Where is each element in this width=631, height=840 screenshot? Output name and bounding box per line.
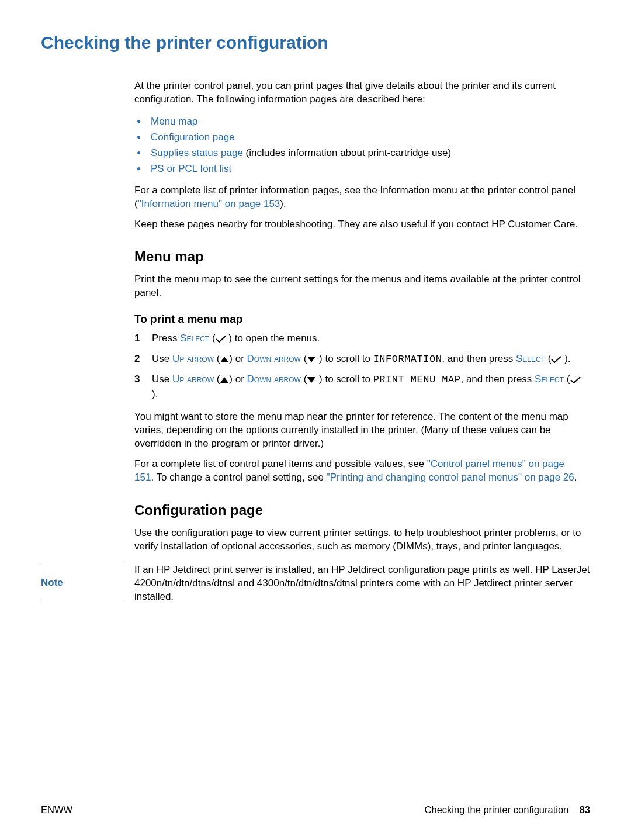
text: ).: [561, 353, 570, 364]
information-menu-link[interactable]: "Information menu" on page 153: [138, 198, 280, 209]
text: (: [301, 374, 307, 385]
text: Press: [152, 333, 180, 344]
select-key: Select: [516, 353, 545, 364]
supplies-status-link[interactable]: Supplies status page: [151, 147, 243, 158]
check-icon: [551, 353, 561, 368]
supplies-suffix: (includes information about print-cartri…: [243, 147, 451, 158]
steps-list: Press Select ( ) to open the menus. Use …: [134, 331, 584, 402]
list-item: PS or PCL font list: [134, 161, 584, 177]
note-block: Note If an HP Jetdirect print server is …: [41, 564, 590, 604]
text: (: [301, 353, 307, 364]
print-menu-map-mono: PRINT MENU MAP: [373, 374, 461, 385]
check-icon: [570, 374, 581, 388]
text: (: [214, 374, 220, 385]
list-item: Configuration page: [134, 129, 584, 145]
text: or: [235, 374, 247, 385]
information-menu-mono: INFORMATION: [373, 354, 442, 365]
down-arrow-key: Down arrow: [247, 374, 301, 385]
keep-para: Keep these pages nearby for troubleshoot…: [134, 218, 584, 231]
text: , and then press: [460, 374, 535, 385]
down-arrow-icon: [307, 353, 316, 368]
to-print-heading: To print a menu map: [134, 313, 584, 326]
complete-list-para: For a complete list of printer informati…: [134, 184, 584, 211]
config-page-heading: Configuration page: [134, 502, 584, 518]
page-title: Checking the printer configuration: [41, 33, 590, 53]
intro-para: At the printer control panel, you can pr…: [134, 79, 584, 106]
text: Use: [152, 353, 172, 364]
text: ) to scroll to: [316, 374, 373, 385]
store-para: You might want to store the menu map nea…: [134, 410, 584, 451]
footer-left: ENWW: [41, 804, 72, 815]
text: (: [545, 353, 551, 364]
menu-map-heading: Menu map: [134, 248, 584, 265]
config-page-link[interactable]: Configuration page: [151, 132, 235, 143]
up-arrow-icon: [220, 353, 229, 368]
text: For a complete list of control panel ite…: [134, 458, 427, 469]
footer-right: Checking the printer configuration 83: [425, 804, 590, 815]
text: (: [214, 353, 220, 364]
note-text: If an HP Jetdirect print server is insta…: [134, 564, 590, 604]
select-key: Select: [180, 333, 209, 344]
text: ) to scroll to: [316, 353, 373, 364]
text: .: [574, 472, 577, 483]
printing-changing-link[interactable]: "Printing and changing control panel men…: [327, 472, 574, 483]
text: Use: [152, 374, 172, 385]
up-arrow-key: Up arrow: [172, 374, 214, 385]
list-item: Supplies status page (includes informati…: [134, 145, 584, 161]
list-item: Menu map: [134, 113, 584, 129]
down-arrow-icon: [307, 374, 316, 388]
text: ) to open the menus.: [226, 333, 320, 344]
text: ).: [280, 198, 286, 209]
ps-pcl-link[interactable]: PS or PCL font list: [151, 163, 231, 174]
text: ): [229, 353, 235, 364]
text: . To change a control panel setting, see: [151, 472, 326, 483]
menu-map-desc: Print the menu map to see the current se…: [134, 273, 584, 300]
up-arrow-key: Up arrow: [172, 353, 214, 364]
page-footer: ENWW Checking the printer configuration …: [41, 804, 590, 815]
step-1: Press Select ( ) to open the menus.: [134, 331, 584, 347]
step-3: Use Up arrow () or Down arrow ( ) to scr…: [134, 372, 584, 402]
text: , and then press: [442, 353, 516, 364]
select-key: Select: [535, 374, 564, 385]
text: or: [235, 353, 247, 364]
menu-map-link[interactable]: Menu map: [151, 116, 197, 127]
up-arrow-icon: [220, 374, 229, 388]
page-number: 83: [580, 804, 590, 815]
text: ): [229, 374, 235, 385]
config-page-desc: Use the configuration page to view curre…: [134, 527, 584, 554]
footer-section-title: Checking the printer configuration: [425, 804, 569, 815]
info-pages-list: Menu map Configuration page Supplies sta…: [134, 113, 584, 177]
down-arrow-key: Down arrow: [247, 353, 301, 364]
text: (: [564, 374, 570, 385]
ref-para: For a complete list of control panel ite…: [134, 458, 584, 485]
note-label: Note: [41, 564, 124, 602]
text: ).: [152, 389, 158, 400]
check-icon: [216, 333, 226, 347]
text: (: [209, 333, 215, 344]
step-2: Use Up arrow () or Down arrow ( ) to scr…: [134, 352, 584, 368]
